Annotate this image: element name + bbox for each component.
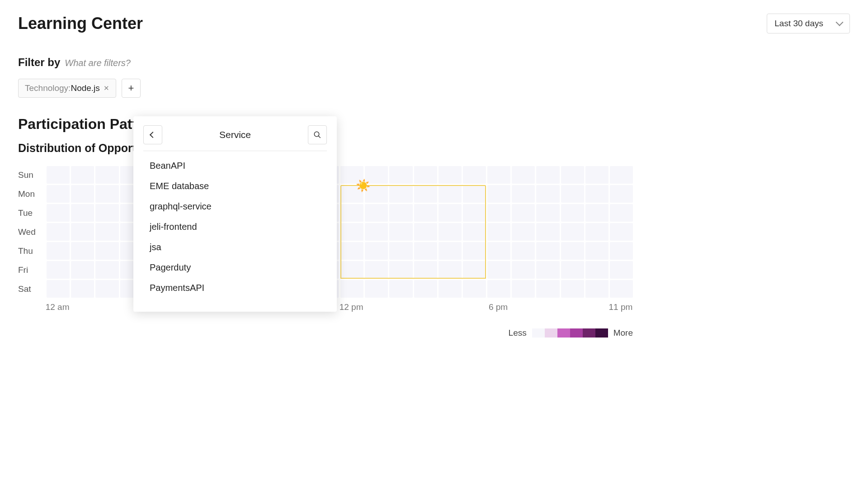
heatmap-cell [610,280,633,298]
popover-back-button[interactable] [143,125,162,144]
filter-hint-link[interactable]: What are filters? [65,58,131,68]
heatmap-cell [71,204,94,222]
heatmap-cell [585,242,609,260]
heatmap-cell [340,204,363,222]
heatmap-cell [561,204,584,222]
svg-line-1 [318,136,321,138]
heatmap-cell [71,280,94,298]
heatmap-legend: Less More [18,328,633,338]
heatmap-cell [439,166,462,184]
filter-chip-key: Technology: [25,83,71,93]
heatmap-cell [365,261,388,279]
heatmap-cell [414,185,437,203]
heatmap-cell [340,166,363,184]
heatmap-cell [439,242,462,260]
heatmap-day-label: Thu [18,242,45,260]
heatmap-cell [463,204,486,222]
heatmap-cell [47,204,70,222]
heatmap-cell [463,261,486,279]
heatmap-cell [610,261,633,279]
heatmap-cell [389,204,412,222]
heatmap-cell [439,223,462,241]
popover-list-item[interactable]: EME database [143,176,327,196]
heatmap-cell [340,242,363,260]
service-filter-popover: Service BeanAPIEME databasegraphql-servi… [133,116,337,312]
heatmap-cell [487,223,510,241]
heatmap-cell [536,223,559,241]
legend-swatch [557,328,570,338]
popover-list-item[interactable]: graphql-service [143,196,327,217]
popover-list-item[interactable]: jeli-frontend [143,217,327,237]
heatmap-cell [365,242,388,260]
heatmap-cell [512,223,535,241]
heatmap-cell [414,242,437,260]
heatmap-cell [47,280,70,298]
heatmap-cell [414,223,437,241]
heatmap-cell [561,242,584,260]
heatmap-cell [414,204,437,222]
heatmap-cell [585,280,609,298]
heatmap-cell [95,261,118,279]
heatmap-cell [610,204,633,222]
search-icon [313,131,321,139]
heatmap-cell [463,242,486,260]
heatmap-cell [561,185,584,203]
heatmap-cell [389,242,412,260]
heatmap-cell [439,204,462,222]
heatmap-cell [463,223,486,241]
heatmap-cell [512,242,535,260]
heatmap-x-tick: 11 pm [609,302,633,312]
heatmap-day-label: Fri [18,261,45,279]
heatmap-cell [610,166,633,184]
popover-list-item[interactable]: PaymentsAPI [143,278,327,298]
heatmap-cell [536,185,559,203]
heatmap-cell [389,185,412,203]
heatmap-cell [536,166,559,184]
heatmap-cell [487,242,510,260]
heatmap-cell [561,280,584,298]
heatmap-cell [95,242,118,260]
heatmap-cell [95,166,118,184]
legend-less-label: Less [509,328,527,338]
heatmap-cell [365,204,388,222]
heatmap-cell [561,166,584,184]
heatmap-cell [585,185,609,203]
plus-icon: + [128,82,134,94]
heatmap-cell [340,280,363,298]
heatmap-cell [439,280,462,298]
heatmap-cell [512,280,535,298]
legend-swatch [595,328,608,338]
heatmap-cell [71,166,94,184]
filter-chip[interactable]: Technology: Node.js ✕ [18,79,116,98]
heatmap-cell [47,261,70,279]
heatmap-cell [389,223,412,241]
popover-list-item[interactable]: Pagerduty [143,257,327,278]
heatmap-cell [512,166,535,184]
heatmap-x-tick: 6 pm [486,302,510,312]
heatmap-cell [585,223,609,241]
heatmap-cell [487,204,510,222]
popover-list-item[interactable]: jsa [143,237,327,257]
heatmap-cell [71,261,94,279]
chevron-left-icon [150,132,156,138]
legend-swatch [570,328,583,338]
heatmap-cell [439,185,462,203]
heatmap-cell [487,280,510,298]
heatmap-cell [71,185,94,203]
heatmap-cell [561,261,584,279]
legend-more-label: More [613,328,633,338]
heatmap-day-label: Sat [18,280,45,298]
heatmap-cell [95,185,118,203]
heatmap-cell [340,223,363,241]
date-range-select[interactable]: Last 30 days [767,14,850,33]
heatmap-cell [389,261,412,279]
add-filter-button[interactable]: + [122,79,141,98]
popover-search-button[interactable] [308,125,327,144]
popover-list: BeanAPIEME databasegraphql-servicejeli-f… [143,151,327,298]
heatmap-cell [585,166,609,184]
close-icon[interactable]: ✕ [104,84,109,92]
heatmap-cell [439,261,462,279]
chevron-down-icon [836,19,844,26]
heatmap-day-label: Tue [18,204,45,222]
popover-list-item[interactable]: BeanAPI [143,156,327,176]
